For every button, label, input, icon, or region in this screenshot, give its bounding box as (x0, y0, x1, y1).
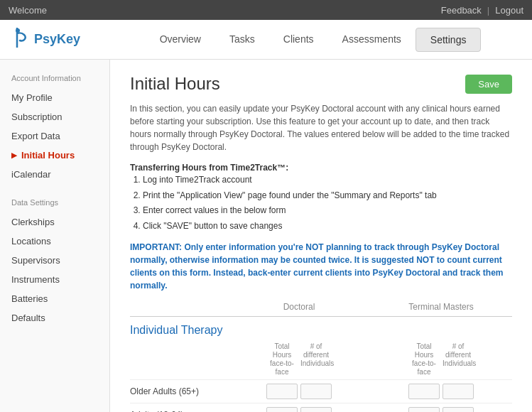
nav-tasks[interactable]: Tasks (215, 28, 269, 52)
masters-individuals-input-1[interactable] (443, 407, 474, 412)
sidebar: Account Information My Profile Subscript… (0, 60, 110, 412)
feedback-link[interactable]: Feedback (441, 5, 482, 16)
top-bar-right: Feedback | Logout (441, 5, 523, 16)
table-row: Older Adults (65+) (130, 379, 512, 403)
masters-header: Terminal Masters (370, 302, 512, 312)
description-text: In this section, you can easily update y… (130, 102, 512, 153)
doctoral-col1-header: Total Hoursface-to-face (266, 342, 298, 376)
doctoral-col2-header: # of differentIndividuals (300, 342, 332, 376)
table-row: Adults (18-64) (130, 403, 512, 412)
nav-bar: PsyKey Overview Tasks Clients Assessment… (0, 20, 532, 60)
nav-overview[interactable]: Overview (146, 28, 215, 52)
doctoral-hours-input-0[interactable] (266, 384, 298, 399)
sidebar-item-initial-hours[interactable]: ▶ Initial Hours (0, 146, 109, 165)
content-area: Initial Hours Save In this section, you … (110, 60, 532, 412)
sidebar-item-my-profile[interactable]: My Profile (0, 88, 109, 107)
instruction-2: Print the "Application View" page found … (143, 188, 512, 204)
top-bar: Welcome Feedback | Logout (0, 0, 532, 20)
logo: PsyKey (14, 28, 80, 52)
nav-clients[interactable]: Clients (269, 28, 328, 52)
row-masters (370, 407, 512, 412)
row-doctoral (228, 407, 370, 412)
save-button[interactable]: Save (465, 75, 512, 94)
instruction-4: Click "SAVE" button to save changes (143, 219, 512, 234)
sidebar-item-batteries[interactable]: Batteries (0, 289, 109, 308)
logout-link[interactable]: Logout (495, 5, 523, 16)
sidebar-item-defaults[interactable]: Defaults (0, 308, 109, 327)
welcome-text: Welcome (9, 5, 47, 16)
doctoral-individuals-input-0[interactable] (300, 384, 332, 399)
account-section-title: Account Information (0, 71, 109, 88)
masters-col1-header: Total Hoursface-to-face (408, 342, 440, 376)
nav-assessments[interactable]: Assessments (328, 28, 416, 52)
sidebar-item-subscription[interactable]: Subscription (0, 107, 109, 126)
content-header: Initial Hours Save (130, 74, 512, 94)
masters-hours-input-1[interactable] (408, 407, 440, 412)
important-note: IMPORTANT: Only enter information you're… (130, 241, 512, 292)
row-doctoral (228, 384, 370, 399)
instruction-3: Enter correct values in the below form (143, 203, 512, 219)
nav-links: Overview Tasks Clients Assessments Setti… (109, 28, 518, 52)
therapy-table: Older Adults (65+) Adults (18-64) Adoles… (130, 379, 512, 412)
section-title: Individual Therapy (130, 324, 512, 337)
instructions-list: Log into Time2Track account Print the "A… (143, 173, 512, 234)
doctoral-individuals-input-1[interactable] (300, 407, 332, 412)
sidebar-item-clerkships[interactable]: Clerkships (0, 212, 109, 232)
masters-col2-header: # of differentIndividuals (443, 342, 474, 376)
sidebar-item-icalendar[interactable]: iCalendar (0, 165, 109, 184)
sidebar-item-supervisors[interactable]: Supervisors (0, 251, 109, 270)
page-title: Initial Hours (130, 74, 220, 94)
logo-text: PsyKey (34, 32, 80, 47)
masters-individuals-input-0[interactable] (443, 384, 474, 399)
doctoral-header: Doctoral (228, 302, 370, 312)
main-layout: Account Information My Profile Subscript… (0, 60, 532, 412)
sidebar-item-locations[interactable]: Locations (0, 232, 109, 251)
row-label: Older Adults (65+) (130, 386, 228, 396)
active-arrow: ▶ (11, 151, 17, 159)
sidebar-item-instruments[interactable]: Instruments (0, 270, 109, 289)
svg-point-0 (16, 28, 20, 33)
row-masters (370, 384, 512, 399)
sidebar-item-export-data[interactable]: Export Data (0, 126, 109, 146)
nav-settings[interactable]: Settings (416, 28, 482, 52)
instruction-1: Log into Time2Track account (143, 173, 512, 188)
logo-icon (14, 28, 30, 52)
divider: | (487, 5, 489, 16)
instructions-title: Transferring Hours from Time2Track™: (130, 163, 288, 173)
doctoral-hours-input-1[interactable] (266, 407, 298, 412)
masters-hours-input-0[interactable] (408, 384, 440, 399)
data-section-title: Data Settings (0, 195, 109, 212)
instructions-block: Transferring Hours from Time2Track™: Log… (130, 162, 512, 234)
